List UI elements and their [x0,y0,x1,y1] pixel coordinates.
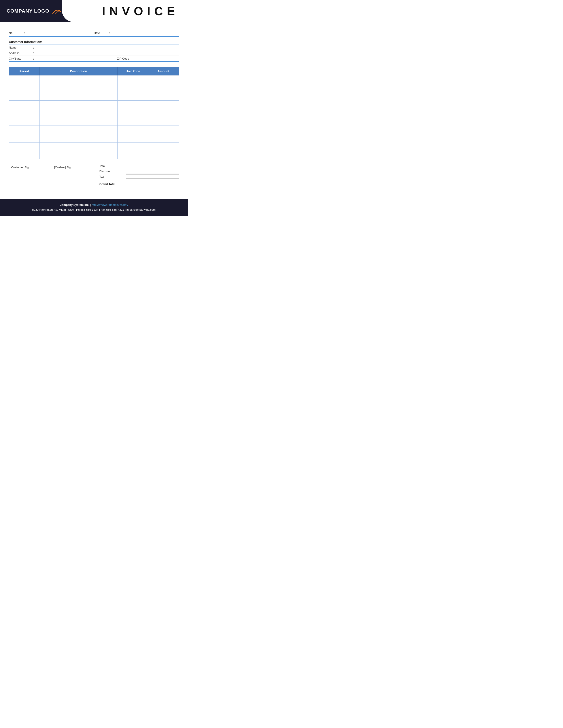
items-table: Period Description Unit Price Amount [9,67,179,159]
tax-label: Tax [99,175,126,178]
city-value [36,57,117,60]
table-row [9,75,179,84]
zip-colon: : [135,57,135,60]
cell-period [9,126,39,134]
cell-period [9,134,39,143]
address-colon: : [33,51,34,55]
invoice-title: INVOICE [102,4,179,18]
bottom-section: Customer Sign [Cashier] Sign Total Disco… [9,164,179,192]
cashier-sign-box: [Cashier] Sign [52,164,95,192]
logo-area: COMPANY LOGO [0,0,62,22]
customer-section-title: Customer Information: [9,40,179,45]
city-label: City/State [9,57,33,60]
page-content: No : Date : Customer Information: Name :… [0,22,188,192]
header-divider [62,0,74,22]
footer-company: Company System Inc. [60,203,89,206]
footer-website[interactable]: http://freewordtemplates.net/ [92,203,128,206]
cell-unit_price [118,117,148,126]
customer-name-row: Name : [9,45,179,50]
date-colon: : [109,31,110,35]
invoice-date-field: Date : [94,31,179,35]
col-period: Period [9,67,39,75]
table-header: Period Description Unit Price Amount [9,67,179,75]
tax-value [126,174,179,179]
cell-description [39,84,118,92]
footer-line1: Company System Inc. | http://freewordtem… [4,203,183,207]
table-row [9,109,179,117]
customer-sign-label: Customer Sign [11,166,50,169]
city-colon: : [33,57,34,60]
cell-description [39,134,118,143]
customer-address-row: Address : [9,50,179,56]
table-row [9,84,179,92]
no-colon: : [24,31,25,35]
cell-description [39,92,118,101]
col-description: Description [39,67,118,75]
cell-period [9,109,39,117]
page-footer: Company System Inc. | http://freewordtem… [0,199,188,216]
cell-unit_price [118,143,148,151]
cell-unit_price [118,75,148,84]
cell-unit_price [118,151,148,159]
cell-amount [148,151,179,159]
zip-value [138,57,179,60]
cell-amount [148,92,179,101]
cell-description [39,151,118,159]
company-logo: COMPANY LOGO [7,8,61,14]
cell-period [9,101,39,109]
page-header: COMPANY LOGO INVOICE [0,0,188,22]
cell-amount [148,101,179,109]
cell-unit_price [118,92,148,101]
total-row: Total [99,164,179,168]
cell-unit_price [118,101,148,109]
table-row [9,126,179,134]
grand-total-label: Grand Total [99,182,126,186]
cell-amount [148,143,179,151]
customer-sign-box: Customer Sign [9,164,52,192]
name-label: Name [9,46,33,49]
table-row [9,134,179,143]
invoice-meta-row: No : Date : [9,31,179,37]
table-row [9,92,179,101]
discount-row: Discount [99,169,179,173]
grand-total-value [126,182,179,186]
cell-description [39,143,118,151]
name-value [36,46,179,49]
total-label: Total [99,164,126,168]
discount-value [126,169,179,173]
cell-unit_price [118,109,148,117]
totals-section: Total Discount Tax Grand Total [99,164,179,187]
cell-unit_price [118,126,148,134]
col-unit-price: Unit Price [118,67,148,75]
date-value [112,31,179,35]
customer-city-row: City/State : ZIP Code : [9,56,179,61]
logo-arc-icon [52,9,61,13]
discount-label: Discount [99,170,126,173]
cell-period [9,117,39,126]
col-amount: Amount [148,67,179,75]
logo-label: COMPANY LOGO [7,8,49,14]
table-row [9,117,179,126]
cell-description [39,126,118,134]
no-label: No [9,31,22,35]
date-label: Date [94,31,107,35]
zip-label: ZIP Code [117,57,135,60]
table-row [9,143,179,151]
address-value [36,51,179,55]
table-row [9,151,179,159]
cell-amount [148,84,179,92]
cell-period [9,151,39,159]
cell-description [39,109,118,117]
cell-amount [148,109,179,117]
cell-period [9,143,39,151]
zip-field: ZIP Code : [117,57,179,60]
invoice-no-field: No : [9,31,94,35]
no-value [27,31,94,35]
total-value [126,164,179,168]
cell-amount [148,117,179,126]
cell-amount [148,126,179,134]
cell-period [9,92,39,101]
cell-description [39,101,118,109]
cell-period [9,84,39,92]
cell-description [39,75,118,84]
